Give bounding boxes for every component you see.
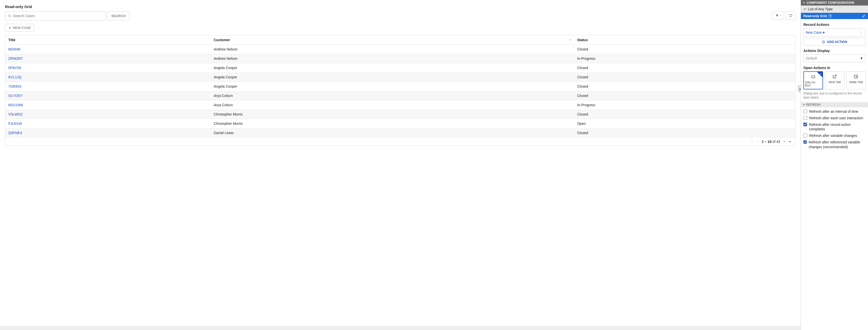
col-header-customer[interactable]: Customer↑ <box>211 35 574 45</box>
refresh-variable-checkbox[interactable]: Refresh after variable changes <box>803 133 866 138</box>
row-status-cell: Closed <box>574 110 795 119</box>
checkbox-input[interactable] <box>803 109 807 113</box>
table-row: ZRNOR7 Andrew Nelson In-Progress <box>5 54 795 63</box>
selected-check-icon <box>817 72 823 77</box>
sort-ascending-icon: ↑ <box>569 38 571 42</box>
row-title-link[interactable]: 7GE65X <box>8 85 22 89</box>
row-title-link[interactable]: 0F8VS9 <box>8 66 21 70</box>
open-option-dialog[interactable]: DIALOG BOX <box>803 71 823 90</box>
help-icon[interactable]: ? <box>828 14 832 18</box>
row-title-link[interactable]: Q9FNE4 <box>8 131 22 135</box>
actions-display-select[interactable]: Default ▼ <box>803 54 866 62</box>
svg-rect-7 <box>811 76 815 78</box>
refresh-section-header[interactable]: ▼ REFRESH <box>801 102 868 107</box>
table-row: 6IDN4K Andrew Nelson Closed <box>5 45 795 54</box>
open-option-newtab[interactable]: NEW TAB <box>825 71 844 90</box>
same-tab-icon <box>854 74 859 79</box>
row-customer-cell: Daniel Lewis <box>211 128 574 138</box>
page-title: Read-only Grid <box>5 4 796 9</box>
record-actions-label: Record Actions <box>803 23 866 27</box>
table-row: FJU01W Christopher Morris Open <box>5 119 795 128</box>
table-row: 7GE65X Angela Cooper Closed <box>5 82 795 91</box>
row-title-link[interactable]: ZRNOR7 <box>8 57 23 61</box>
checkbox-input[interactable] <box>803 123 807 126</box>
row-status-cell: Closed <box>574 45 795 54</box>
row-status-cell: In-Progress <box>574 100 795 110</box>
row-customer-cell: Angela Cooper <box>211 63 574 73</box>
plus-icon <box>8 26 11 29</box>
breadcrumb[interactable]: List of Any Type <box>801 5 868 13</box>
row-title-link[interactable]: OLYOSY <box>8 94 23 98</box>
col-header-status[interactable]: Status <box>574 35 795 45</box>
add-action-button[interactable]: ADD ACTION <box>803 38 866 46</box>
chevron-double-left-icon <box>750 140 754 143</box>
checkbox-input[interactable] <box>803 140 807 144</box>
open-option-sametab[interactable]: SAME TAB <box>846 71 866 90</box>
search-row: SEARCH <box>5 11 796 20</box>
filter-button[interactable] <box>773 11 784 20</box>
col-header-title[interactable]: Title <box>5 35 211 45</box>
row-title-link[interactable]: M2U18W <box>8 103 23 107</box>
search-icon <box>8 14 11 18</box>
page-info: 1 – 10 of 42 <box>762 140 780 144</box>
table-row: VSLWO2 Christopher Morris Closed <box>5 110 795 119</box>
main-content: Read-only Grid SEARCH NEW CASE Title Cus… <box>0 0 801 330</box>
panel-collapse-handle[interactable]: ◀ <box>798 86 801 92</box>
page-last-button[interactable] <box>788 140 792 143</box>
edit-icon[interactable] <box>862 14 866 18</box>
external-link-icon <box>832 74 837 79</box>
refresh-icon <box>789 14 793 17</box>
caret-right-icon: ▶ <box>823 31 825 34</box>
section-bar: Read-only Grid ? <box>801 13 868 19</box>
table-row: 0F8VS9 Angela Cooper Closed <box>5 63 795 73</box>
data-grid: Title Customer↑ Status 6IDN4K Andrew Nel… <box>5 35 796 146</box>
grid-header-row: Title Customer↑ Status <box>5 35 795 45</box>
row-status-cell: Closed <box>574 128 795 138</box>
row-customer-cell: Angela Cooper <box>211 73 574 82</box>
refresh-interaction-checkbox[interactable]: Refresh after each user interaction <box>803 116 866 120</box>
row-title-link[interactable]: KVL1JQ <box>8 75 21 79</box>
search-button[interactable]: SEARCH <box>107 11 130 20</box>
triangle-down-icon: ▼ <box>803 103 805 106</box>
section-title: Read-only Grid <box>803 14 827 18</box>
pagination: 1 – 10 of 42 <box>5 138 795 146</box>
chevron-left-icon <box>756 140 759 143</box>
page-next-button[interactable] <box>783 140 786 143</box>
dialog-icon <box>811 74 816 79</box>
panel-body: Record Actions New Case▶ ⋮ ADD ACTION Ac… <box>801 19 868 330</box>
refresh-referenced-checkbox[interactable]: Refresh after referenced variable change… <box>803 140 866 149</box>
new-case-button[interactable]: NEW CASE <box>5 24 34 32</box>
open-actions-label: Open Actions In <box>803 66 866 70</box>
row-status-cell: Closed <box>574 91 795 100</box>
plus-circle-icon <box>822 40 825 44</box>
table-row: OLYOSY Arya Colson Closed <box>5 91 795 100</box>
row-title-link[interactable]: VSLWO2 <box>8 112 23 116</box>
refresh-interval-checkbox[interactable]: Refresh after an interval of time <box>803 109 866 114</box>
svg-point-0 <box>8 14 10 16</box>
svg-line-1 <box>10 16 11 17</box>
record-action-item: New Case▶ ⋮ <box>803 28 866 36</box>
row-customer-cell: Andrew Nelson <box>211 45 574 54</box>
row-status-cell: Closed <box>574 82 795 91</box>
refresh-button[interactable] <box>785 11 796 20</box>
row-title-link[interactable]: 6IDN4K <box>8 47 21 51</box>
page-prev-button[interactable] <box>756 140 759 143</box>
actions-display-label: Actions Display <box>803 49 866 53</box>
record-action-link[interactable]: New Case▶ <box>806 30 825 34</box>
action-menu-button[interactable]: ⋮ <box>859 30 863 35</box>
checkbox-input[interactable] <box>803 134 807 137</box>
row-title-link[interactable]: FJU01W <box>8 122 22 126</box>
page-first-button[interactable] <box>750 140 754 143</box>
new-case-label: NEW CASE <box>13 26 31 30</box>
search-input[interactable] <box>13 14 103 18</box>
refresh-record-action-checkbox[interactable]: Refresh after record action completes <box>803 122 866 131</box>
table-row: Q9FNE4 Daniel Lewis Closed <box>5 128 795 138</box>
return-arrow-icon <box>803 7 806 10</box>
triangle-down-icon: ▼ <box>803 1 805 4</box>
panel-header[interactable]: ▼ COMPONENT CONFIGURATION <box>801 0 868 5</box>
search-input-wrap[interactable] <box>5 11 105 20</box>
chevron-down-icon: ▼ <box>860 56 863 60</box>
open-actions-options: DIALOG BOX NEW TAB SAME TAB <box>803 71 866 90</box>
checkbox-input[interactable] <box>803 116 807 120</box>
row-customer-cell: Arya Colson <box>211 100 574 110</box>
